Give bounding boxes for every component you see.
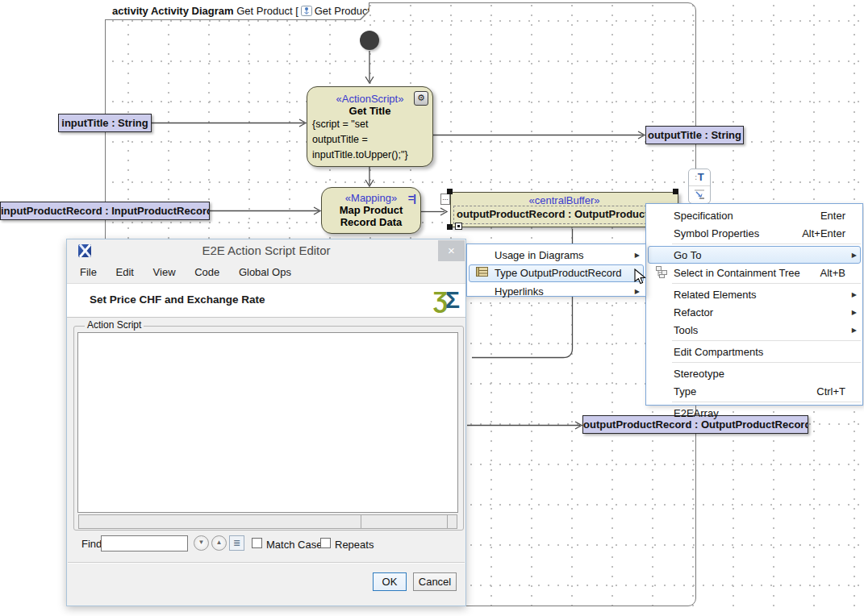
compartment-dots-button[interactable]: ... [440, 194, 450, 205]
selection-handle[interactable] [447, 224, 453, 230]
stereotype-label: «Mapping» [322, 192, 420, 204]
find-next-button[interactable]: ▼ [194, 535, 209, 551]
match-case-checkbox[interactable] [252, 538, 262, 548]
menu-item-e2earray[interactable]: E2EArray [648, 404, 861, 422]
menu-item-type[interactable]: TypeCtrl+T [648, 382, 861, 400]
menu-separator [672, 283, 861, 284]
submenu-item-hyperlinks[interactable]: Hyperlinks▶ [469, 282, 644, 301]
action-name: Record Data [322, 216, 420, 228]
script-line: {script = "set [307, 117, 432, 132]
repeats-label: Repeats [335, 539, 374, 551]
submenu-arrow-icon: ▶ [635, 288, 643, 295]
edit-name-button[interactable]: ∶T [689, 169, 710, 186]
menu-item-stereotype[interactable]: Stereotype [648, 364, 861, 382]
submenu-arrow-icon: ▶ [635, 252, 643, 259]
selection-handle[interactable] [673, 189, 678, 194]
menu-view[interactable]: View [145, 262, 184, 283]
mouse-cursor-icon [634, 268, 646, 289]
dialog-title: E2E Action Script Editor [67, 239, 465, 262]
script-line: outputTitle = [307, 132, 432, 148]
stereotype-label: «centralBuffer» [451, 194, 678, 206]
connector-anchor[interactable] [455, 223, 462, 230]
application-canvas: activity Activity Diagram Get Product [G… [0, 0, 864, 616]
smart-manipulator-toolbar: ∶T [688, 169, 711, 204]
submenu-arrow-icon: ▶ [852, 327, 860, 334]
mapping-icon: =| [408, 192, 415, 204]
menu-item-related-elements[interactable]: Related Elements▶ [648, 285, 861, 303]
menu-code[interactable]: Code [186, 262, 227, 283]
repeats-checkbox[interactable] [320, 538, 331, 548]
action-script-editor[interactable] [77, 332, 458, 513]
submenu-arrow-icon: ▶ [852, 309, 860, 316]
action-name: Map Product [322, 204, 420, 216]
selection-handle[interactable] [447, 189, 453, 194]
menu-item-symbol-properties[interactable]: Symbol PropertiesAlt+Enter [648, 224, 861, 242]
menu-item-edit-compartments[interactable]: Edit Compartments [648, 343, 861, 360]
find-input[interactable] [101, 535, 188, 551]
menu-item-refactor[interactable]: Refactor▶ [648, 303, 861, 321]
e2e-logo-icon: ƷΣ [433, 286, 457, 314]
cancel-button[interactable]: Cancel [413, 572, 457, 591]
menu-separator [672, 243, 861, 244]
action-map-product-record-data[interactable]: «Mapping» =| Map Product Record Data [321, 187, 421, 234]
action-name: Get Title [307, 105, 432, 117]
submenu-arrow-icon: ▶ [852, 291, 860, 298]
menu-item-tools[interactable]: Tools▶ [648, 321, 861, 339]
menu-item-specification[interactable]: SpecificationEnter [648, 206, 861, 224]
editor-statusbar [78, 514, 457, 529]
frame-title-keyword: activity Activity Diagram [112, 5, 234, 17]
submenu-item-usage-in-diagrams[interactable]: Usage in Diagrams▶ [469, 246, 644, 264]
dialog-titlebar: E2E Action Script Editor × [67, 239, 465, 262]
script-heading: Set Price CHF and Exchange Rate [90, 293, 265, 306]
menu-item-go-to[interactable]: Go To▶ [648, 246, 861, 264]
find-previous-button[interactable]: ▲ [211, 535, 227, 551]
go-to-submenu: Usage in Diagrams▶ Type OutputProductRec… [466, 243, 646, 297]
match-case-label: Match Case [266, 539, 322, 551]
action-get-title[interactable]: «ActionScript» ⚙ Get Title {script = "se… [307, 86, 433, 167]
menu-global-ops[interactable]: Global Ops [231, 262, 299, 283]
frame-title-name: Get Product [ [236, 5, 298, 17]
menu-separator [672, 340, 861, 341]
button-separator [68, 562, 465, 564]
find-bar: Find: ▼ ▲ ≣ Match Case Repeats [67, 532, 465, 556]
activity-diagram-icon [301, 4, 312, 15]
context-menu: SpecificationEnter Symbol PropertiesAlt+… [645, 203, 863, 406]
ok-button[interactable]: OK [373, 572, 407, 591]
buffer-name-label: outputProductRecord : OutputProductRecor… [453, 206, 675, 224]
record-class-icon [475, 266, 490, 280]
dialog-header: Set Price CHF and Exchange Rate ƷΣ [67, 284, 465, 318]
param-input-title[interactable]: inputTitle : String [58, 114, 152, 132]
text-icon: T [698, 171, 704, 183]
e2e-action-script-editor-dialog: E2E Action Script Editor × File Edit Vie… [66, 239, 466, 606]
frame-title-tab: activity Activity Diagram Get Product [G… [105, 2, 369, 20]
menu-file[interactable]: File [72, 262, 105, 283]
close-button[interactable]: × [438, 240, 465, 261]
menu-separator [672, 362, 861, 363]
flow-arrow-icon [693, 188, 706, 200]
initial-node[interactable] [360, 31, 379, 50]
submenu-item-type-outputproductrecord[interactable]: Type OutputProductRecord [469, 264, 644, 283]
script-line: inputTitle.toUpper();"} [307, 148, 432, 163]
find-options-button[interactable]: ≣ [229, 535, 244, 551]
menu-edit[interactable]: Edit [108, 262, 142, 283]
central-buffer-node[interactable]: «centralBuffer» outputProductRecord : Ou… [450, 192, 678, 227]
param-output-title[interactable]: outputTitle : String [645, 126, 744, 144]
menu-separator [672, 402, 861, 402]
action-script-group-label: Action Script [85, 319, 144, 331]
gear-icon: ⚙ [414, 91, 428, 106]
containment-tree-icon [655, 265, 668, 281]
draw-flow-button[interactable] [689, 186, 710, 204]
dialog-menubar: File Edit View Code Global Ops [67, 262, 465, 284]
submenu-arrow-icon: ▶ [852, 252, 860, 259]
menu-item-select-in-containment-tree[interactable]: Select in Containment TreeAlt+B [648, 264, 861, 281]
dots-icon: ∶ [695, 173, 697, 182]
param-input-product-record[interactable]: inputProductRecord : InputProductRecord [0, 202, 210, 220]
